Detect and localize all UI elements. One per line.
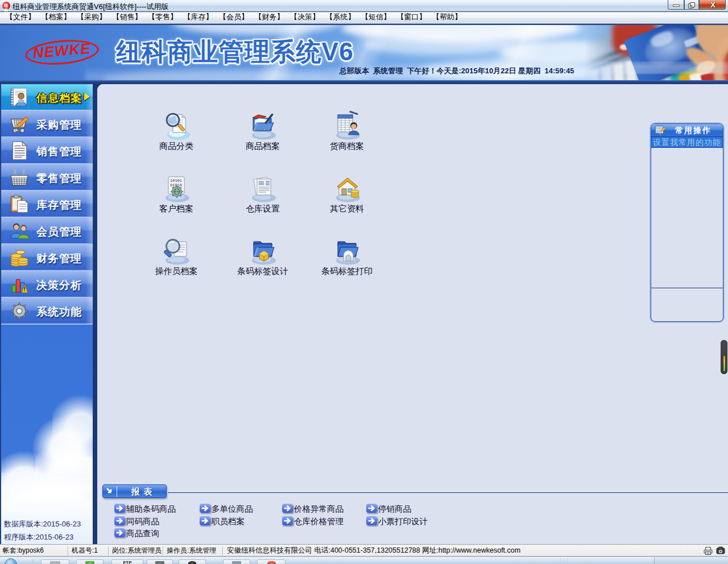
svg-text:10101: 10101 <box>170 179 182 183</box>
